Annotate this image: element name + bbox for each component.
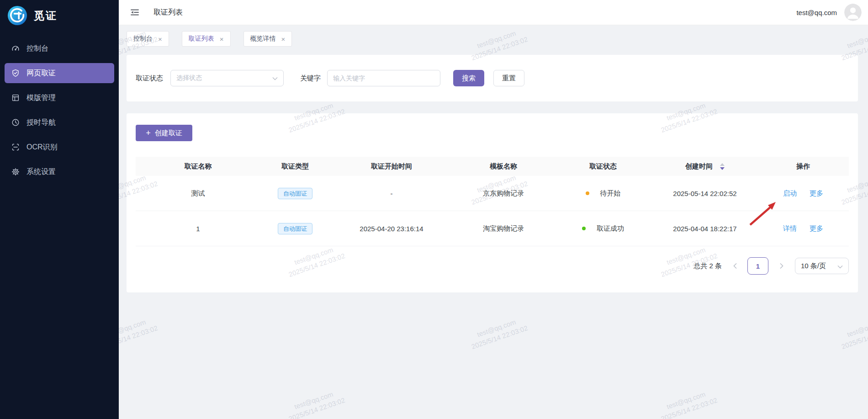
tab-label: 概览详情: [250, 35, 276, 43]
status-text: 待开始: [600, 189, 621, 198]
reset-button[interactable]: 重置: [493, 70, 524, 86]
column-header: 操作: [757, 162, 849, 171]
table-row: 1 自动固证 2025-04-20 23:16:14 淘宝购物记录 取证成功 2…: [136, 211, 849, 246]
table-row: 测试 自动固证 - 京东购物记录 待开始 2025-05-14 22:02:52…: [136, 176, 849, 211]
chevron-down-icon: [837, 262, 843, 270]
pagination: 总共 2 条 1 10 条/页: [136, 257, 849, 275]
topbar-right: test@qq.com: [796, 4, 862, 21]
tab-chip[interactable]: 概览详情 ×: [243, 31, 292, 47]
sidebar-item-dashboard[interactable]: 控制台: [5, 38, 114, 58]
cell-name: 1: [136, 225, 260, 233]
row-action-link[interactable]: 启动: [783, 189, 797, 198]
sidebar-item-web-evidence[interactable]: 网页取证: [5, 63, 114, 83]
gear-icon: [11, 168, 20, 176]
cell-type: 自动固证: [260, 188, 330, 199]
sidebar-item-label: 模版管理: [26, 93, 56, 103]
close-tab-icon[interactable]: ×: [281, 36, 286, 42]
chevron-down-icon: [272, 74, 278, 82]
sidebar: 觅证 控制台 网页取证 模版管理 授时导航 OCR识别 系统设置: [0, 0, 119, 419]
topbar: 取证列表 test@qq.com: [119, 0, 868, 25]
sidebar-item-label: 授时导航: [26, 118, 56, 127]
tab-label: 控制台: [133, 35, 153, 43]
page-title: 取证列表: [153, 8, 183, 17]
tab-chip[interactable]: 控制台 ×: [127, 31, 169, 47]
keyword-input[interactable]: [327, 70, 440, 86]
cell-template: 京东购物记录: [453, 189, 554, 198]
column-header: 取证状态: [554, 162, 652, 171]
table-header-row: 取证名称取证类型取证开始时间模板名称取证状态创建时间操作: [136, 157, 849, 176]
status-dot: [586, 191, 589, 195]
sidebar-item-system-settings[interactable]: 系统设置: [5, 162, 114, 182]
menu-fold-icon[interactable]: [130, 7, 140, 17]
keyword-filter-label: 关键字: [300, 74, 321, 83]
prev-page-icon[interactable]: [733, 263, 737, 269]
sidebar-nav: 控制台 网页取证 模版管理 授时导航 OCR识别 系统设置: [0, 38, 119, 182]
cell-created: 2025-05-14 22:02:52: [652, 190, 757, 197]
next-page-icon[interactable]: [779, 263, 784, 269]
cell-actions: 启动更多: [757, 189, 849, 198]
status-dot: [582, 227, 586, 230]
dashboard-icon: [11, 44, 20, 53]
cell-actions: 详情更多: [757, 224, 849, 233]
brand: 觅证: [0, 0, 119, 27]
sidebar-item-template-management[interactable]: 模版管理: [5, 88, 114, 108]
plus-icon: +: [146, 129, 151, 137]
watermark-text: test@qq.com2025/5/14 22:03:02: [278, 384, 353, 419]
close-tab-icon[interactable]: ×: [220, 36, 224, 42]
page: { "colors": { "accent": "#6f65b8", "link…: [0, 0, 868, 419]
sidebar-item-label: 网页取证: [26, 69, 56, 78]
create-evidence-button[interactable]: + 创建取证: [136, 125, 192, 141]
cell-start-time: -: [330, 190, 453, 197]
evidence-type-badge: 自动固证: [278, 223, 312, 234]
cell-template: 淘宝购物记录: [453, 224, 554, 233]
evidence-table: 取证名称取证类型取证开始时间模板名称取证状态创建时间操作 测试 自动固证 - 京…: [136, 157, 849, 246]
evidence-type-badge: 自动固证: [278, 188, 312, 199]
cell-start-time: 2025-04-20 23:16:14: [330, 225, 453, 233]
status-select-placeholder: 选择状态: [176, 74, 202, 82]
cell-status: 取证成功: [554, 224, 652, 233]
watermark-text: test@qq.com2025/5/14 22:03:02: [460, 312, 536, 354]
cell-status: 待开始: [554, 189, 652, 198]
sidebar-item-label: 控制台: [26, 44, 48, 53]
tab-label: 取证列表: [189, 35, 214, 43]
search-button[interactable]: 搜索: [453, 70, 484, 86]
evidence-list-panel: + 创建取证 取证名称取证类型取证开始时间模板名称取证状态创建时间操作 测试 自…: [127, 113, 858, 292]
watermark-text: test@qq.com2025/5/14 22:03:02: [650, 384, 725, 419]
page-number-button[interactable]: 1: [747, 257, 768, 275]
template-icon: [11, 94, 20, 102]
user-email: test@qq.com: [796, 9, 837, 16]
user-avatar[interactable]: [844, 4, 862, 21]
close-tab-icon[interactable]: ×: [158, 36, 162, 42]
cell-name: 测试: [136, 189, 260, 198]
watermark-text: test@qq.com2025/5/14 22:03:02: [119, 312, 165, 354]
page-size-select[interactable]: 10 条/页: [795, 258, 849, 274]
column-header[interactable]: 创建时间: [652, 162, 757, 171]
total-count: 总共 2 条: [693, 262, 722, 270]
row-action-link[interactable]: 详情: [783, 224, 797, 233]
clock-icon: [11, 118, 20, 127]
tab-bar: 控制台 ×取证列表 ×概览详情 ×: [127, 31, 292, 47]
status-select[interactable]: 选择状态: [170, 70, 284, 86]
filter-panel: 取证状态 选择状态 关键字 搜索 重置: [127, 55, 858, 101]
sidebar-item-time-navigation[interactable]: 授时导航: [5, 112, 114, 133]
watermark-text: test@qq.com2025/5/14 22:03:02: [831, 312, 868, 354]
status-filter-label: 取证状态: [136, 74, 163, 83]
table-body: 测试 自动固证 - 京东购物记录 待开始 2025-05-14 22:02:52…: [136, 176, 849, 246]
column-header: 模板名称: [453, 162, 554, 171]
status-text: 取证成功: [597, 224, 624, 233]
tab-chip[interactable]: 取证列表 ×: [182, 31, 231, 47]
sort-icon[interactable]: [720, 163, 725, 170]
row-action-link[interactable]: 更多: [810, 189, 823, 198]
row-action-link[interactable]: 更多: [810, 224, 823, 233]
column-header: 取证开始时间: [330, 162, 453, 171]
ocr-scan-icon: [11, 143, 20, 151]
cell-type: 自动固证: [260, 223, 330, 234]
sidebar-item-ocr[interactable]: OCR识别: [5, 137, 114, 157]
column-header: 取证名称: [136, 162, 260, 171]
column-header: 取证类型: [260, 162, 330, 171]
app-logo-icon: [7, 5, 27, 26]
brand-name: 觅证: [34, 9, 58, 23]
shield-check-icon: [11, 69, 20, 77]
cell-created: 2025-04-04 18:22:17: [652, 225, 757, 233]
sidebar-item-label: OCR识别: [26, 143, 58, 152]
